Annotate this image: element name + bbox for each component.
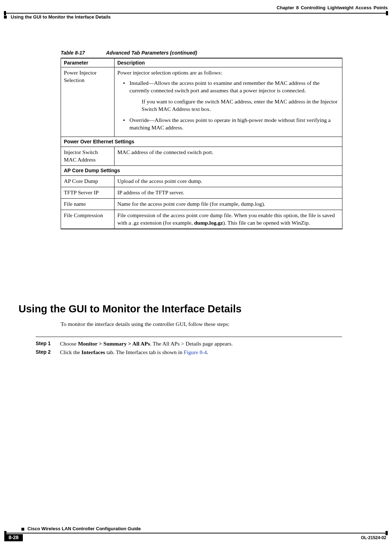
table-row: File Compression File compression of the… xyxy=(61,210,342,229)
text-bold: Interfaces xyxy=(81,349,105,355)
section-intro: To monitor the interface details using t… xyxy=(61,321,229,327)
desc-intro: Power injector selection options are as … xyxy=(117,69,339,77)
desc-bold: dump.log.gz xyxy=(194,220,223,226)
param-name: TFTP Server IP xyxy=(61,187,114,199)
param-name: File name xyxy=(61,198,114,210)
step-row: Step 2 Click the Interfaces tab. The Int… xyxy=(36,349,342,356)
text: . xyxy=(207,349,208,355)
step-label: Step 2 xyxy=(36,349,54,356)
bullet-text: Installed—Allows the access point to exa… xyxy=(129,80,320,93)
footer-book-title: Cisco Wireless LAN Controller Configurat… xyxy=(27,526,141,531)
bullet-subpara: If you want to configure the switch MAC … xyxy=(142,98,339,113)
param-description: IP address of the TFTP server. xyxy=(114,187,342,199)
figure-link[interactable]: Figure 8-4 xyxy=(184,349,207,355)
parameters-table: Parameter Description Power Injector Sel… xyxy=(61,58,342,229)
param-name: File Compression xyxy=(61,210,114,229)
col-header-description: Description xyxy=(114,58,342,67)
steps-block: Step 1 Choose Monitor > Summary > All AP… xyxy=(36,337,342,358)
table-row: TFTP Server IP IP address of the TFTP se… xyxy=(61,187,342,199)
param-description: Upload of the access point core dump. xyxy=(114,176,342,187)
table-section-row: AP Core Dump Settings xyxy=(61,166,342,176)
param-description: Power injector selection options are as … xyxy=(114,67,342,137)
footer-page-number: 8-28 xyxy=(4,534,23,541)
param-description: File compression of the access point cor… xyxy=(114,210,342,229)
table-row: File name Name for the access point core… xyxy=(61,198,342,210)
desc-text: ). This file can be opened with WinZip. xyxy=(223,220,310,226)
text: . The All APs > Details page appears. xyxy=(150,341,233,347)
section-heading-core: AP Core Dump Settings xyxy=(61,166,342,176)
header-section-marker-icon xyxy=(4,16,7,19)
text-bold: Monitor > Summary > All APs xyxy=(78,341,150,347)
step-row: Step 1 Choose Monitor > Summary > All AP… xyxy=(36,341,342,347)
section-heading-poe: Power Over Ethernet Settings xyxy=(61,137,342,147)
table-number: Table 8-17 xyxy=(61,50,85,56)
text: Choose xyxy=(60,341,78,347)
footer-book-marker-icon xyxy=(21,528,24,531)
step-text: Click the Interfaces tab. The Interfaces… xyxy=(60,349,208,356)
col-header-parameter: Parameter xyxy=(61,58,114,67)
text: Click the xyxy=(60,349,81,355)
param-description: Name for the access point core dump file… xyxy=(114,198,342,210)
footer-doc-id: OL-21524-02 xyxy=(361,535,386,540)
table-section-row: Power Over Ethernet Settings xyxy=(61,137,342,147)
header-chapter: Chapter 8 Controlling Lightweight Access… xyxy=(277,5,388,10)
param-name: Injector Switch MAC Address xyxy=(61,147,114,166)
table-caption: Table 8-17 Advanced Tab Parameters (cont… xyxy=(61,50,197,56)
table-row: Injector Switch MAC Address MAC address … xyxy=(61,147,342,166)
table-row: AP Core Dump Upload of the access point … xyxy=(61,176,342,187)
step-label: Step 1 xyxy=(36,341,54,347)
step-text: Choose Monitor > Summary > All APs. The … xyxy=(60,341,233,347)
table-row: Power Injector Selection Power injector … xyxy=(61,67,342,137)
text: tab. The Interfaces tab is shown in xyxy=(105,349,184,355)
header-rule xyxy=(4,13,388,14)
table-title: Advanced Tab Parameters (continued) xyxy=(106,50,197,56)
page-heading: Using the GUI to Monitor the Interface D… xyxy=(19,303,241,315)
param-name: AP Core Dump xyxy=(61,176,114,187)
header-section-title: Using the GUI to Monitor the Interface D… xyxy=(11,14,111,20)
bullet-text: Override—Allows the access point to oper… xyxy=(123,117,339,132)
param-description: MAC address of the connected switch port… xyxy=(114,147,342,166)
param-name: Power Injector Selection xyxy=(61,67,114,137)
footer-rule xyxy=(4,533,388,533)
